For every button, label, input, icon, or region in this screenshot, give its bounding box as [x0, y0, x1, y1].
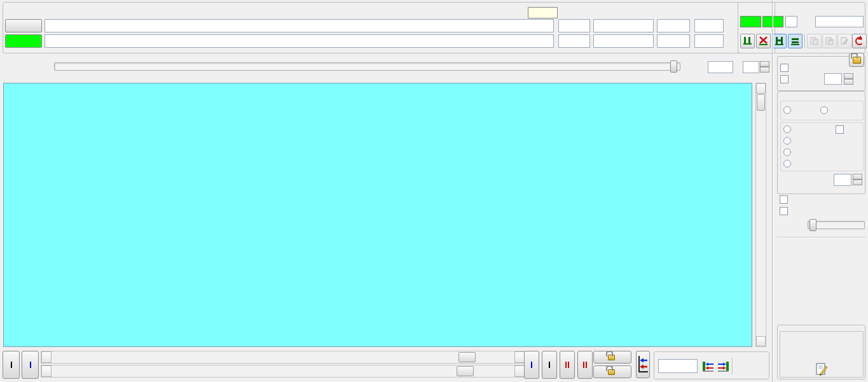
modificato-differenza-field[interactable]: [694, 34, 724, 48]
scroll-right-icon[interactable]: [514, 365, 525, 377]
selection-equal-button[interactable]: [788, 34, 803, 48]
mod-lock-button[interactable]: [593, 365, 631, 378]
usa-ultima-mappa-checkbox[interactable]: [780, 207, 788, 215]
padlock-icon: [608, 369, 615, 375]
chart-vscroll-thumb[interactable]: [757, 94, 765, 111]
goto-mod-prev-button[interactable]: [736, 358, 751, 374]
go-prev-button[interactable]: [22, 351, 39, 379]
go-next-button[interactable]: [524, 351, 539, 379]
originale-dec-field[interactable]: [593, 19, 654, 32]
originale-esa-field[interactable]: [657, 19, 690, 32]
selection-set-begin-button[interactable]: [740, 34, 755, 48]
chart-vertical-scrollbar[interactable]: [755, 83, 766, 347]
selection-start-address: [740, 16, 761, 27]
scroll-down-icon[interactable]: [756, 336, 766, 346]
zoom-h-slider-thumb[interactable]: [670, 60, 677, 73]
modificato-dec-field[interactable]: [593, 34, 654, 48]
max-var-checkbox[interactable]: [780, 75, 789, 83]
scroll-left-icon[interactable]: [41, 351, 52, 363]
waveform-plot[interactable]: [48, 95, 691, 332]
originale-button[interactable]: [5, 19, 42, 32]
selection-width-button[interactable]: [772, 34, 787, 48]
goto-mod-next-button[interactable]: [754, 358, 769, 374]
copy-map-to-mod-button[interactable]: [822, 34, 837, 48]
modificato-indirizzo-field[interactable]: [558, 34, 590, 48]
spinner-up-icon[interactable]: [760, 61, 769, 67]
spinner-down-icon[interactable]: [760, 67, 769, 73]
32bit-radio[interactable]: [783, 148, 791, 156]
ori-scrollbar[interactable]: [41, 351, 525, 364]
lock-icon: [853, 57, 861, 64]
spinner-down-icon[interactable]: [853, 180, 862, 185]
usa-info-driver-checkbox[interactable]: [780, 195, 788, 204]
allineamento-field[interactable]: [834, 174, 851, 186]
format-panel: [780, 101, 864, 120]
selection-count-field[interactable]: [785, 16, 797, 27]
lock-button[interactable]: [849, 53, 864, 67]
copy-map-icon: [825, 36, 834, 46]
cursore-group: [777, 56, 865, 91]
spinner-up-icon[interactable]: [844, 73, 853, 79]
vai-a-group: [654, 351, 769, 379]
memo-indirizzi-group: [777, 325, 865, 379]
goto-selection-start-button[interactable]: [701, 359, 715, 374]
goto-selection-end-button[interactable]: [716, 359, 729, 374]
16bit-radio[interactable]: [783, 137, 791, 145]
ieee-radio[interactable]: [783, 106, 791, 114]
samples-visible-field[interactable]: [708, 61, 733, 73]
allineamento-spinner[interactable]: [853, 174, 862, 185]
chart-panel[interactable]: [3, 83, 752, 347]
max-var-field[interactable]: [824, 73, 842, 85]
goto-cursor-chart-button[interactable]: [636, 351, 650, 378]
restore-ori-button[interactable]: [837, 34, 852, 48]
spinner-down-icon[interactable]: [844, 79, 853, 85]
selection-clear-icon: [759, 36, 768, 46]
next-difference-button[interactable]: [577, 351, 593, 379]
originale-differenza-field[interactable]: [694, 19, 724, 32]
goto-selection-end-icon: [717, 361, 729, 372]
motorola-radio[interactable]: [820, 106, 828, 114]
red-bar-icon: [565, 362, 567, 368]
originale-file-field[interactable]: [45, 19, 554, 32]
modificato-button[interactable]: [5, 34, 42, 48]
copy-sel-to-mod-button[interactable]: [807, 34, 822, 48]
step-field[interactable]: [743, 61, 759, 73]
dim-value-field[interactable]: [815, 16, 864, 27]
max-var-spinner[interactable]: [844, 73, 853, 85]
step-spinner[interactable]: [760, 61, 769, 73]
spinner-up-icon[interactable]: [853, 174, 862, 180]
selection-equal-icon: [790, 36, 800, 46]
vai-a-address-field[interactable]: [658, 359, 698, 373]
padlock-icon: [608, 355, 615, 360]
ori-to-mod-checkbox[interactable]: [780, 64, 789, 72]
offset-ori-mod-value[interactable]: [528, 7, 558, 18]
zoom-v-slider[interactable]: [808, 221, 865, 229]
prev-difference-button[interactable]: [560, 351, 575, 379]
refresh-button[interactable]: [852, 34, 867, 48]
red-bar-icon: [586, 362, 587, 368]
goto-cursor-chart-icon: [638, 355, 649, 375]
go-last-button[interactable]: [542, 351, 557, 379]
ori-lock-button[interactable]: [593, 351, 631, 364]
zoom-v-slider-thumb[interactable]: [809, 219, 816, 231]
scroll-right-icon[interactable]: [514, 351, 525, 363]
modificato-esa-field[interactable]: [657, 34, 690, 48]
memo-edit-icon[interactable]: [815, 362, 828, 376]
ori-scroll-thumb[interactable]: [458, 352, 476, 362]
zoom-h-slider[interactable]: [54, 62, 680, 71]
mod-scrollbar[interactable]: [41, 365, 525, 378]
8bit-radio[interactable]: [783, 125, 791, 133]
scroll-up-icon[interactable]: [756, 83, 766, 94]
selection-clear-button[interactable]: [756, 34, 771, 48]
scroll-left-icon[interactable]: [41, 365, 52, 377]
selection-begin-icon: [743, 36, 752, 46]
blue-bar-icon: [30, 362, 31, 368]
go-first-button[interactable]: [3, 351, 20, 379]
memo-panel: [780, 331, 864, 378]
modificato-file-field[interactable]: [45, 34, 554, 48]
originale-indirizzo-field[interactable]: [558, 19, 590, 32]
virgola-mobile-radio[interactable]: [783, 160, 791, 167]
blue-bar-icon: [531, 362, 532, 368]
mod-scroll-thumb[interactable]: [457, 366, 474, 376]
signed-checkbox[interactable]: [836, 125, 844, 134]
